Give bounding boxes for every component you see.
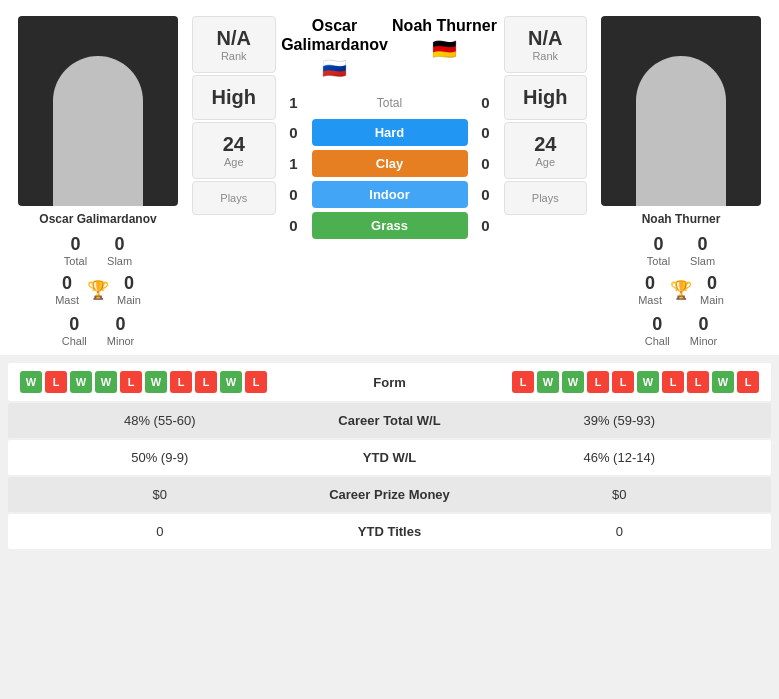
- player1-chall-value: 0: [62, 314, 87, 335]
- form-badge-l: L: [687, 371, 709, 393]
- player2-high-value: High: [521, 86, 571, 109]
- player1-name: Oscar Galimardanov: [39, 212, 156, 226]
- player1-rank-label: Rank: [209, 50, 259, 62]
- player-titles-row: Oscar Galimardanov 🇷🇺 Noah Thurner 🇩🇪: [280, 16, 500, 86]
- player1-slam-box: 0 Slam: [107, 234, 132, 267]
- p2-total-num: 0: [472, 94, 500, 111]
- p2-clay-num: 0: [472, 155, 500, 172]
- hard-row: 0 Hard 0: [280, 119, 500, 146]
- total-label: Total: [312, 96, 468, 110]
- career-total-p2: 39% (59-93): [480, 413, 760, 428]
- player2-middle-stats: N/A Rank High 24 Age Plays: [504, 16, 588, 347]
- player2-chall-box: 0 Chall: [645, 314, 670, 347]
- player1-chall-stats: 0 Chall 0 Minor: [62, 314, 135, 347]
- player1-rank-box: N/A Rank: [192, 16, 276, 73]
- form-badge-w: W: [220, 371, 242, 393]
- player2-silhouette: [636, 56, 726, 206]
- player2-rank-label: Rank: [521, 50, 571, 62]
- player1-mast-value: 0: [55, 273, 79, 294]
- player1-form-badges: WLWWLWLLWL: [20, 371, 300, 393]
- player1-age-box: 24 Age: [192, 122, 276, 179]
- player2-chall-stats: 0 Chall 0 Minor: [645, 314, 718, 347]
- player2-main-box: 0 Main: [700, 273, 724, 306]
- player2-trophy-icon: 🏆: [670, 279, 692, 301]
- form-badge-w: W: [70, 371, 92, 393]
- ytd-titles-row: 0 YTD Titles 0: [8, 514, 771, 549]
- ytd-wl-p2: 46% (12-14): [480, 450, 760, 465]
- player1-chall-label: Chall: [62, 335, 87, 347]
- form-row: WLWWLWLLWL Form LWWLLWLLWL: [8, 363, 771, 401]
- player2-plays-box: Plays: [504, 181, 588, 215]
- form-label: Form: [300, 375, 480, 390]
- player2-form-badges: LWWLLWLLWL: [480, 371, 760, 393]
- top-section: Oscar Galimardanov 0 Total 0 Slam 0 Mast…: [0, 0, 779, 355]
- player1-total-box: 0 Total: [64, 234, 87, 267]
- p2-hard-num: 0: [472, 124, 500, 141]
- ytd-wl-label: YTD W/L: [300, 450, 480, 465]
- player2-slam-label: Slam: [690, 255, 715, 267]
- player1-card: Oscar Galimardanov 0 Total 0 Slam 0 Mast…: [8, 16, 188, 347]
- form-badge-w: W: [145, 371, 167, 393]
- player1-middle-stats: N/A Rank High 24 Age Plays: [192, 16, 276, 347]
- player2-title: Noah Thurner: [390, 16, 500, 35]
- player2-total-value: 0: [647, 234, 670, 255]
- player2-mast-label: Mast: [638, 294, 662, 306]
- ytd-wl-row: 50% (9-9) YTD W/L 46% (12-14): [8, 440, 771, 475]
- player1-total-value: 0: [64, 234, 87, 255]
- player1-avatar: [18, 16, 178, 206]
- player1-main-label: Main: [117, 294, 141, 306]
- player2-main-stats: 0 Total 0 Slam: [647, 234, 715, 267]
- player1-title: Oscar Galimardanov: [280, 16, 390, 54]
- player1-minor-value: 0: [107, 314, 135, 335]
- clay-row: 1 Clay 0: [280, 150, 500, 177]
- player2-mast-value: 0: [638, 273, 662, 294]
- player1-plays-box: Plays: [192, 181, 276, 215]
- player1-slam-value: 0: [107, 234, 132, 255]
- player2-secondary-stats: 0 Mast 🏆 0 Main: [638, 273, 724, 306]
- player2-rank-box: N/A Rank: [504, 16, 588, 73]
- form-badge-w: W: [20, 371, 42, 393]
- player2-age-value: 24: [521, 133, 571, 156]
- form-badge-l: L: [612, 371, 634, 393]
- bottom-section: WLWWLWLLWL Form LWWLLWLLWL 48% (55-60) C…: [0, 355, 779, 559]
- player2-rank-value: N/A: [521, 27, 571, 50]
- p1-grass-num: 0: [280, 217, 308, 234]
- player1-silhouette: [53, 56, 143, 206]
- player1-main-value: 0: [117, 273, 141, 294]
- total-row: 1 Total 0: [280, 94, 500, 111]
- player2-name: Noah Thurner: [642, 212, 721, 226]
- player1-high-box: High: [192, 75, 276, 120]
- career-total-p1: 48% (55-60): [20, 413, 300, 428]
- ytd-titles-p1: 0: [20, 524, 300, 539]
- player1-slam-label: Slam: [107, 255, 132, 267]
- player1-chall-box: 0 Chall: [62, 314, 87, 347]
- player1-main-stats: 0 Total 0 Slam: [64, 234, 132, 267]
- p2-indoor-num: 0: [472, 186, 500, 203]
- player1-minor-box: 0 Minor: [107, 314, 135, 347]
- form-badge-l: L: [120, 371, 142, 393]
- form-badge-w: W: [637, 371, 659, 393]
- player2-avatar: [601, 16, 761, 206]
- form-badge-w: W: [95, 371, 117, 393]
- player2-age-label: Age: [521, 156, 571, 168]
- career-prize-row: $0 Career Prize Money $0: [8, 477, 771, 512]
- player2-title-area: Noah Thurner 🇩🇪: [390, 16, 500, 86]
- grass-btn: Grass: [312, 212, 468, 239]
- player2-minor-box: 0 Minor: [690, 314, 718, 347]
- player2-flag: 🇩🇪: [390, 37, 500, 61]
- player1-main-box: 0 Main: [117, 273, 141, 306]
- player2-slam-box: 0 Slam: [690, 234, 715, 267]
- career-prize-p2: $0: [480, 487, 760, 502]
- form-badge-w: W: [712, 371, 734, 393]
- p1-clay-num: 1: [280, 155, 308, 172]
- player1-title-area: Oscar Galimardanov 🇷🇺: [280, 16, 390, 86]
- clay-btn: Clay: [312, 150, 468, 177]
- form-badge-l: L: [45, 371, 67, 393]
- career-total-label: Career Total W/L: [300, 413, 480, 428]
- form-badge-l: L: [245, 371, 267, 393]
- player1-mast-box: 0 Mast: [55, 273, 79, 306]
- form-badge-l: L: [662, 371, 684, 393]
- player1-mast-label: Mast: [55, 294, 79, 306]
- player2-card: Noah Thurner 0 Total 0 Slam 0 Mast 🏆: [591, 16, 771, 347]
- indoor-btn: Indoor: [312, 181, 468, 208]
